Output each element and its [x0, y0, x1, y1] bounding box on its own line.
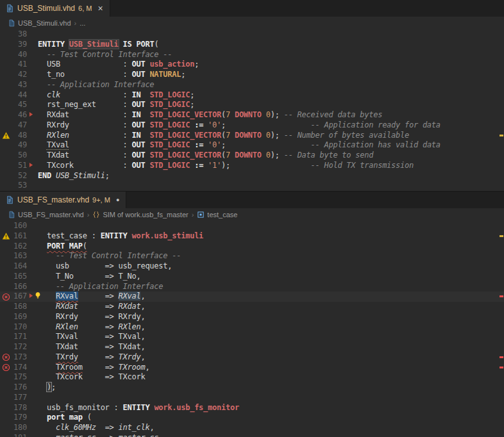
code-line[interactable]: 52END USB_Stimuli; [0, 171, 504, 181]
code-line[interactable]: 42 t_no : OUT NATURAL; [0, 70, 504, 80]
code-line[interactable]: 48 RXlen : IN STD_LOGIC_VECTOR(7 DOWNTO … [0, 131, 504, 141]
breadcrumb-label: USB_Stimuli.vhd [18, 19, 71, 27]
line-number: 40 [12, 50, 27, 60]
glyph-margin [27, 332, 38, 342]
code-token: USB_Stimuli [69, 40, 119, 49]
breadcrumb-symbol-test-case[interactable]: test_case [197, 211, 237, 218]
code-line[interactable]: 161 test_case : ENTITY work.usb_stimuli [0, 231, 504, 242]
code-token: -- Received data bytes [284, 110, 382, 119]
glyph-margin [27, 131, 38, 141]
gutter-marker-icon [29, 110, 33, 120]
code-line[interactable]: 171 TXval => TXval, [0, 332, 504, 342]
code-line[interactable]: 172 TXdat => TXdat, [0, 342, 504, 352]
code-line[interactable]: 180 clk_60MHz => int_clk, [0, 423, 504, 433]
code-line[interactable]: 39ENTITY USB_Stimuli IS PORT( [0, 40, 504, 50]
tab-dirty-indicator[interactable]: ● [116, 197, 119, 203]
code-text: TXcork : OUT STD_LOGIC := '1'); -- Hold … [38, 161, 414, 171]
code-line[interactable]: 168 RXdat => RXdat, [0, 302, 504, 312]
code-text: RXlen => RXlen, [38, 322, 145, 333]
code-token: 7 [226, 151, 230, 160]
code-line[interactable]: 38 [0, 29, 504, 40]
breadcrumb-symbol-architecture[interactable]: SIM of work.usb_fs_master [92, 211, 188, 218]
code-token [38, 413, 47, 422]
code-editor-bottom[interactable]: 160161 test_case : ENTITY work.usb_stimu… [0, 221, 504, 437]
code-token: DOWNTO [235, 151, 262, 160]
code-line[interactable]: 46 RXdat : IN STD_LOGIC_VECTOR(7 DOWNTO … [0, 110, 504, 120]
code-line[interactable]: 51 TXcork : OUT STD_LOGIC := '1'); -- Ho… [0, 161, 504, 171]
code-line[interactable]: 44 clk : IN STD_LOGIC; [0, 90, 504, 101]
glyph-margin [27, 221, 38, 231]
vscode-window: USB_Stimuli.vhd 6, M × USB_Stimuli.vhd ›… [0, 0, 504, 437]
gutter-spacer [0, 80, 12, 90]
code-text: T_No => T_No, [38, 272, 140, 282]
code-editor-top[interactable]: 3839ENTITY USB_Stimuli IS PORT(40 -- Tes… [0, 29, 504, 191]
code-text: TXroom => TXroom, [38, 363, 149, 373]
code-line[interactable]: 47 RXrdy : OUT STD_LOGIC := '0'; -- Appl… [0, 120, 504, 131]
code-line[interactable]: 181 master_ss => master_ss, [0, 433, 504, 437]
code-token: ; [221, 140, 311, 149]
gutter-spacer [0, 302, 12, 312]
code-line[interactable]: 177 [0, 393, 504, 403]
code-line[interactable]: 167 RXval => RXval, [0, 292, 504, 302]
gutter-spacer [0, 140, 12, 151]
code-token: STD_LOGIC_VECTOR [149, 131, 221, 140]
gutter-spacer [0, 221, 12, 231]
code-line[interactable]: 170 RXlen => RXlen, [0, 322, 504, 333]
code-line[interactable]: 165 T_No => T_No, [0, 272, 504, 282]
code-line[interactable]: 162 PORT MAP( [0, 242, 504, 252]
line-number: 43 [12, 80, 27, 90]
breadcrumb-file[interactable]: USB_Stimuli.vhd [8, 19, 71, 27]
line-number: 164 [12, 261, 27, 272]
code-line[interactable]: 163 -- Test Control Interface -- [0, 251, 504, 261]
glyph-margin [27, 120, 38, 131]
code-token: usb_fs_monitor : [38, 403, 123, 412]
error-icon [0, 292, 12, 302]
code-token: STD_LOGIC [149, 161, 190, 170]
line-number: 163 [12, 251, 27, 261]
warning-icon [0, 131, 12, 141]
code-line[interactable]: 41 USB : OUT usb_action; [0, 60, 504, 70]
line-number: 53 [12, 181, 27, 191]
code-line[interactable]: 176 ); [0, 383, 504, 393]
glyph-margin [27, 50, 38, 60]
code-line[interactable]: 50 TXdat : OUT STD_LOGIC_VECTOR(7 DOWNTO… [0, 151, 504, 161]
line-number: 166 [12, 282, 27, 292]
gutter-spacer [0, 332, 12, 342]
code-token: t_no : [38, 70, 131, 79]
breadcrumb-file[interactable]: USB_FS_master.vhd [8, 211, 84, 218]
code-token: ; [105, 171, 110, 180]
code-text: test_case : ENTITY work.usb_stimuli [38, 231, 203, 242]
code-token: => [83, 363, 119, 372]
code-line[interactable]: 175 TXcork => TXcork [0, 372, 504, 383]
tab-usb-stimuli[interactable]: USB_Stimuli.vhd 6, M × [0, 0, 110, 17]
code-token: => [78, 302, 119, 311]
code-line[interactable]: 160 [0, 221, 504, 231]
code-line[interactable]: 40 -- Test Control Interface -- [0, 50, 504, 60]
code-line[interactable]: 43 -- Application Interface [0, 80, 504, 90]
breadcrumb-label: ... [80, 19, 85, 27]
gutter-spacer [0, 312, 12, 322]
code-token [38, 322, 56, 331]
code-line[interactable]: 164 usb => usb_request, [0, 261, 504, 272]
breadcrumb-ellipsis[interactable]: ... [80, 19, 85, 27]
code-line[interactable]: 169 RXrdy => RXrdy, [0, 312, 504, 322]
gutter-marker-icon [29, 292, 33, 302]
code-line[interactable]: 53 [0, 181, 504, 191]
code-line[interactable]: 49 TXval : OUT STD_LOGIC := '0'; -- Appl… [0, 140, 504, 151]
code-token: DOWNTO [235, 110, 262, 119]
code-line[interactable]: 179 port map ( [0, 413, 504, 423]
overview-ruler [499, 29, 504, 191]
code-token: -- Test Control Interface -- [38, 50, 172, 59]
tab-usb-fs-master[interactable]: USB_FS_master.vhd 9+, M ● [0, 192, 126, 208]
code-token: ENTITY [123, 403, 150, 412]
code-token: RXlen [56, 322, 78, 331]
code-line[interactable]: 173 TXrdy => TXrdy, [0, 352, 504, 363]
code-text: port map ( [38, 413, 92, 423]
code-line[interactable]: 166 -- Application Interface [0, 282, 504, 292]
code-line[interactable]: 178 usb_fs_monitor : ENTITY work.usb_fs_… [0, 403, 504, 413]
code-line[interactable]: 174 TXroom => TXroom, [0, 363, 504, 373]
glyph-margin [27, 40, 38, 50]
gutter-spacer [0, 151, 12, 161]
code-line[interactable]: 45 rst_neg_ext : OUT STD_LOGIC; [0, 100, 504, 110]
tab-close-button[interactable]: × [97, 4, 103, 13]
